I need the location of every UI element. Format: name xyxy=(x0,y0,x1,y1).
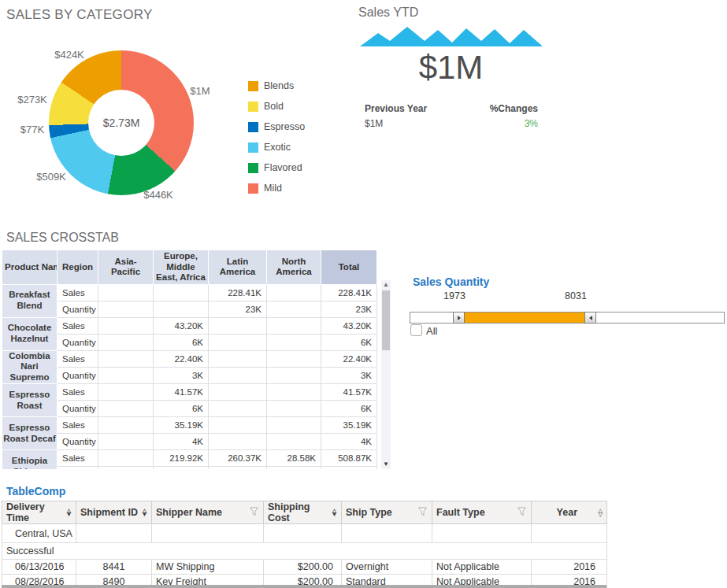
table-row[interactable]: 06/13/20168441MW Shipping$200.00Overnigh… xyxy=(2,560,607,575)
crosstab-row: Quantity3K3K xyxy=(2,367,377,383)
crosstab-header-europe-middle-east-africa: Europe, Middle East, Africa xyxy=(154,250,209,285)
crosstab-row: Colombia Nari SupremoSales22.40K22.40K xyxy=(2,350,377,367)
crosstab-row: Quantity23K23K xyxy=(2,301,377,317)
slider-min-value: 1973 xyxy=(432,290,477,301)
crosstab-value-cell xyxy=(209,434,267,450)
product-name-cell: Breakfast Blend xyxy=(2,284,57,317)
legend-label: Bold xyxy=(264,101,284,112)
legend-item-flavored[interactable]: Flavored xyxy=(248,157,305,178)
column-header-label: Shipping Cost xyxy=(268,501,332,523)
crosstab-header-region: Region xyxy=(57,250,98,285)
legend-item-mild[interactable]: Mild xyxy=(248,178,305,198)
crosstab-value-cell xyxy=(267,350,321,367)
crosstab-row: Espresso RoastSales41.57K41.57K xyxy=(2,384,377,401)
crosstab-value-cell: 3K xyxy=(154,367,209,383)
region-metric-cell: Quantity xyxy=(57,434,98,450)
region-metric-cell: Sales xyxy=(57,350,98,367)
crosstab-row: Breakfast BlendSales228.41K228.41K xyxy=(2,284,377,301)
tablecomp-header-ship-type[interactable]: Ship Type xyxy=(342,501,432,524)
region-metric-cell: Sales xyxy=(57,284,98,301)
legend-item-espresso[interactable]: Espresso xyxy=(248,116,305,137)
region-metric-cell: Sales xyxy=(57,450,98,467)
empty-cell xyxy=(264,524,342,543)
sort-icon[interactable]: △▼ xyxy=(142,508,147,517)
table-cell: MW Shipping xyxy=(152,560,264,575)
legend-swatch xyxy=(248,163,258,173)
sales-quantity-slider-track[interactable] xyxy=(410,312,725,324)
group-row[interactable]: Central, USA xyxy=(2,524,607,543)
legend-item-blends[interactable]: Blends xyxy=(248,76,305,96)
legend-label: Flavored xyxy=(264,162,302,173)
slider-handle-left[interactable] xyxy=(453,312,465,324)
crosstab-value-cell xyxy=(98,467,154,469)
sort-icon[interactable]: △▼ xyxy=(66,508,72,517)
crosstab-value-cell: 6K xyxy=(321,334,377,350)
crosstab-value-cell: 22.40K xyxy=(154,350,209,367)
table-cell: $200.00 xyxy=(264,560,342,575)
crosstab-value-cell xyxy=(98,434,154,450)
slice-label-exotic: $509K xyxy=(36,171,66,183)
crosstab-value-cell xyxy=(98,334,154,350)
crosstab-value-cell: 28.58K xyxy=(267,450,321,467)
slider-selected-range[interactable] xyxy=(462,312,585,323)
legend-item-exotic[interactable]: Exotic xyxy=(248,137,305,157)
crosstab-row: Quantity4K4K xyxy=(2,434,377,450)
filter-icon[interactable] xyxy=(417,507,428,519)
scrollbar-thumb[interactable] xyxy=(382,290,390,350)
sort-icon[interactable]: △▼ xyxy=(332,508,337,517)
crosstab-value-cell xyxy=(267,417,321,434)
region-metric-cell: Sales xyxy=(57,384,98,401)
crosstab-value-cell: 219.92K xyxy=(154,450,209,467)
crosstab-value-cell: 41.57K xyxy=(321,384,377,401)
legend-label: Mild xyxy=(264,183,282,194)
sales-ytd-sparkline xyxy=(358,24,543,48)
subgroup-row[interactable]: Successful xyxy=(2,543,607,560)
crosstab-value-cell: 508.87K xyxy=(321,450,377,467)
slider-handle-right[interactable] xyxy=(584,312,596,324)
crosstab-header-latin-america: Latin America xyxy=(209,250,267,285)
scroll-up-icon[interactable]: ▲ xyxy=(381,280,391,290)
crosstab-row: Espresso Roast DecafSales35.19K35.19K xyxy=(2,417,377,434)
region-metric-cell: Quantity xyxy=(57,301,98,317)
region-metric-cell: Quantity xyxy=(57,367,98,383)
crosstab-value-cell xyxy=(209,317,267,334)
legend-swatch xyxy=(248,183,258,194)
filter-icon[interactable] xyxy=(249,507,259,519)
tablecomp-header-delivery-time[interactable]: Delivery Time△▼ xyxy=(2,501,76,524)
changes-value: 3% xyxy=(441,118,538,129)
tablecomp-header-year[interactable]: Year△▽ xyxy=(532,501,607,524)
crosstab-value-cell: 22.40K xyxy=(321,350,377,367)
product-name-cell: Espresso Roast xyxy=(2,384,57,417)
crosstab-value-cell: 4K xyxy=(154,434,209,450)
tablecomp-table: Delivery Time△▼Shipment ID△▼Shipper Name… xyxy=(2,501,606,588)
empty-cell xyxy=(76,524,152,543)
crosstab-value-cell xyxy=(98,350,154,367)
crosstab-value-cell xyxy=(154,301,209,317)
crosstab-value-cell xyxy=(209,334,267,350)
scroll-down-icon[interactable]: ▼ xyxy=(381,460,391,469)
crosstab-scrollbar[interactable]: ▲ ▼ xyxy=(381,280,391,469)
filter-icon[interactable] xyxy=(517,507,527,519)
all-checkbox[interactable] xyxy=(410,324,422,336)
sort-icon[interactable]: △▽ xyxy=(599,508,603,517)
tablecomp-header-shipper-name[interactable]: Shipper Name xyxy=(152,501,264,524)
crosstab-value-cell: 41.57K xyxy=(154,384,209,401)
crosstab-value-cell xyxy=(267,301,321,317)
tablecomp-header-shipping-cost[interactable]: Shipping Cost△▼ xyxy=(264,501,342,524)
subgroup-label-cell: Successful xyxy=(2,543,607,560)
slider-max-value: 8031 xyxy=(554,290,598,301)
crosstab-header-total: Total xyxy=(321,250,377,285)
crosstab-value-cell: 3K xyxy=(267,467,321,469)
legend-item-bold[interactable]: Bold xyxy=(248,96,305,116)
crosstab-value-cell: 4K xyxy=(321,434,377,450)
region-metric-cell: Quantity xyxy=(57,334,98,350)
crosstab-row: Quantity22K26K3K51K xyxy=(2,467,377,469)
crosstab-value-cell: 6K xyxy=(154,401,209,417)
dashboard: { "sales_by_category": { "title": "SALES… xyxy=(0,0,727,588)
tablecomp-header-shipment-id[interactable]: Shipment ID△▼ xyxy=(76,501,152,524)
slice-label-flavored: $446K xyxy=(143,189,173,201)
crosstab-value-cell xyxy=(267,384,321,401)
legend-swatch xyxy=(248,122,258,132)
tablecomp-header-fault-type[interactable]: Fault Type xyxy=(432,501,532,524)
crosstab-value-cell: 51K xyxy=(321,467,377,469)
